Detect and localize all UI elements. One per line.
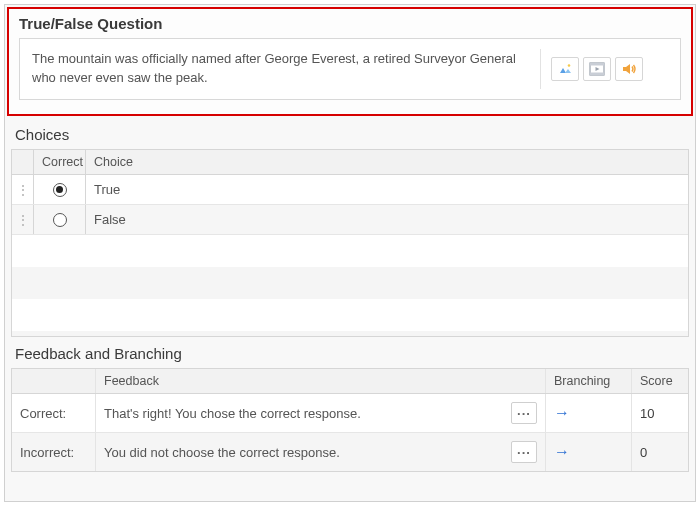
choice-row: ⋮False bbox=[12, 205, 688, 235]
svg-rect-4 bbox=[590, 63, 604, 66]
svg-point-2 bbox=[568, 64, 571, 67]
audio-icon bbox=[621, 62, 637, 76]
feedback-row: Correct:That's right! You chose the corr… bbox=[12, 394, 688, 433]
svg-marker-7 bbox=[623, 64, 630, 74]
choices-table: Correct Choice ⋮True⋮False bbox=[11, 149, 689, 337]
correct-radio[interactable] bbox=[53, 183, 67, 197]
branching-arrow-icon[interactable]: → bbox=[554, 443, 570, 461]
feedback-text[interactable]: That's right! You chose the correct resp… bbox=[104, 406, 505, 421]
svg-marker-6 bbox=[596, 67, 600, 71]
feedback-more-button[interactable]: ··· bbox=[511, 441, 537, 463]
drag-handle-icon[interactable]: ⋮ bbox=[12, 175, 34, 204]
choices-header: Correct Choice bbox=[12, 150, 688, 175]
insert-audio-button[interactable] bbox=[615, 57, 643, 81]
svg-marker-0 bbox=[560, 68, 566, 73]
drag-handle-icon[interactable]: ⋮ bbox=[12, 205, 34, 234]
feedback-row-label: Correct: bbox=[12, 394, 96, 432]
feedback-header-score: Score bbox=[632, 369, 688, 393]
question-text[interactable]: The mountain was officially named after … bbox=[20, 40, 540, 98]
insert-image-button[interactable] bbox=[551, 57, 579, 81]
video-icon bbox=[589, 62, 605, 76]
question-panel: True/False Question The mountain was off… bbox=[7, 7, 693, 116]
question-panel-title: True/False Question bbox=[19, 15, 681, 32]
choice-row: ⋮True bbox=[12, 175, 688, 205]
choice-label[interactable]: True bbox=[86, 182, 688, 197]
feedback-header-feedback: Feedback bbox=[96, 369, 546, 393]
choices-header-correct: Correct bbox=[34, 150, 86, 174]
feedback-row-label: Incorrect: bbox=[12, 433, 96, 471]
question-box: The mountain was officially named after … bbox=[19, 38, 681, 100]
svg-marker-1 bbox=[565, 69, 571, 73]
correct-radio[interactable] bbox=[53, 213, 67, 227]
media-buttons bbox=[540, 49, 653, 89]
svg-rect-5 bbox=[590, 73, 604, 76]
choices-body: ⋮True⋮False bbox=[12, 175, 688, 235]
feedback-more-button[interactable]: ··· bbox=[511, 402, 537, 424]
choices-empty-area bbox=[12, 235, 688, 336]
branching-arrow-icon[interactable]: → bbox=[554, 404, 570, 422]
feedback-table: Feedback Branching Score Correct:That's … bbox=[11, 368, 689, 472]
choices-title: Choices bbox=[5, 118, 695, 149]
feedback-header-branching: Branching bbox=[546, 369, 632, 393]
feedback-header: Feedback Branching Score bbox=[12, 369, 688, 394]
feedback-row: Incorrect:You did not choose the correct… bbox=[12, 433, 688, 471]
choice-label[interactable]: False bbox=[86, 212, 688, 227]
feedback-score[interactable]: 0 bbox=[632, 433, 688, 471]
feedback-score[interactable]: 10 bbox=[632, 394, 688, 432]
insert-video-button[interactable] bbox=[583, 57, 611, 81]
image-icon bbox=[557, 62, 573, 76]
choices-header-choice: Choice bbox=[86, 150, 688, 174]
editor-panel: True/False Question The mountain was off… bbox=[4, 4, 696, 502]
feedback-text[interactable]: You did not choose the correct response. bbox=[104, 445, 505, 460]
feedback-title: Feedback and Branching bbox=[5, 337, 695, 368]
